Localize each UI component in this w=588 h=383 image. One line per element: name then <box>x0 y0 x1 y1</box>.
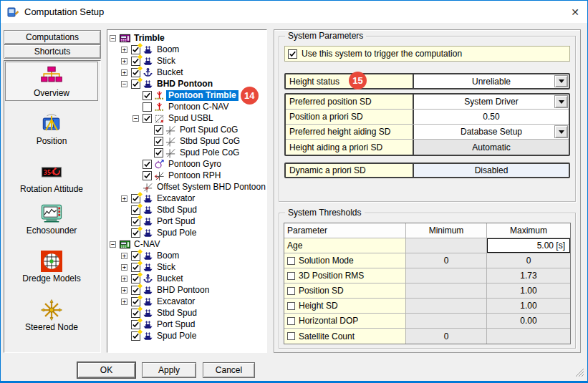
tree-node-label[interactable]: Excavator <box>155 193 197 204</box>
tree-node-label[interactable]: Spud Pole <box>155 228 198 238</box>
expand-icon[interactable]: + <box>121 287 127 294</box>
tree-checkbox[interactable] <box>131 45 140 54</box>
tree-node-label[interactable]: C-NAV <box>132 239 162 250</box>
threshold-checkbox[interactable] <box>287 317 295 325</box>
tree-row[interactable]: Pontoon Gyro <box>107 158 266 170</box>
tree-node-label[interactable]: Boom <box>155 44 181 55</box>
sidebar-tab-computations[interactable]: Computations <box>4 30 101 44</box>
chevron-down-icon[interactable] <box>554 125 568 138</box>
tree-row[interactable]: −Trimble <box>107 32 266 44</box>
tree-row[interactable]: +Boom <box>107 44 266 55</box>
tree-node-label[interactable]: Spud Pole <box>155 331 198 341</box>
tree-node-label[interactable]: Trimble <box>132 33 167 44</box>
tree-row[interactable]: +Bucket <box>107 67 266 78</box>
expand-icon[interactable]: + <box>121 58 127 64</box>
parameter-value-cell[interactable]: 0.50 <box>414 110 569 124</box>
sidebar-item-position[interactable]: Position <box>6 110 97 148</box>
tree-node-label[interactable]: Stbd Spud CoG <box>178 136 242 147</box>
tree-checkbox[interactable] <box>131 263 140 272</box>
tree-node-label[interactable]: Pontoon Trimble <box>166 90 238 101</box>
tree-node-label[interactable]: Bucket <box>155 273 185 284</box>
tree-checkbox[interactable] <box>154 137 163 146</box>
tree-node-label[interactable]: Stick <box>155 56 178 67</box>
collapse-icon[interactable]: − <box>121 81 127 87</box>
chevron-down-icon[interactable] <box>554 75 568 87</box>
tree-row[interactable]: Stbd Spud CoG <box>107 135 266 147</box>
tree-node-label[interactable]: Boom <box>155 251 181 261</box>
sidebar-item-echosounder[interactable]: Echosounder <box>6 200 97 238</box>
tree-checkbox[interactable] <box>131 228 140 238</box>
tree-node-label[interactable]: BHD Pontoon <box>155 285 211 296</box>
tree-row[interactable]: +BHD Pontoon <box>107 284 266 296</box>
resize-grip[interactable] <box>575 368 584 379</box>
tree-checkbox[interactable] <box>131 68 140 77</box>
sidebar-item-overview[interactable]: Overview <box>5 62 98 101</box>
expand-icon[interactable]: + <box>121 299 127 305</box>
tree-checkbox[interactable] <box>131 251 140 261</box>
tree-node-label[interactable]: BHD Pontoon <box>155 79 215 89</box>
collapse-icon[interactable]: − <box>110 241 116 248</box>
tree-node-label[interactable]: Port Spud <box>155 216 197 227</box>
tree-row[interactable]: Pontoon C-NAV <box>107 101 266 112</box>
threshold-checkbox[interactable] <box>287 272 295 280</box>
tree-node-label[interactable]: Excavator <box>155 296 197 307</box>
sidebar-item-dredge-models[interactable]: Dredge Models <box>6 248 97 286</box>
tree-row[interactable]: +Boom <box>107 250 266 261</box>
tree-node-label[interactable]: Stbd Spud <box>155 308 199 319</box>
collapse-icon[interactable]: − <box>110 35 116 42</box>
tree-row[interactable]: Pontoon RPH <box>107 170 266 181</box>
tree-row[interactable]: Stbd Spud <box>107 307 266 319</box>
tree-checkbox[interactable] <box>131 217 140 226</box>
tree-node-label[interactable]: Stick <box>155 262 178 273</box>
tree-row[interactable]: Spud Pole <box>107 227 266 238</box>
tree-row[interactable]: +Stick <box>107 55 266 67</box>
tree-row[interactable]: Port Spud <box>107 319 266 330</box>
height-status-dropdown[interactable]: Unreliable <box>414 74 569 88</box>
tree-checkbox[interactable] <box>131 79 140 89</box>
tree-row[interactable]: Spud Pole <box>107 330 266 341</box>
apply-button[interactable]: Apply <box>142 362 196 378</box>
tree-node-label[interactable]: Port Spud <box>155 319 197 330</box>
tree-checkbox[interactable] <box>154 125 163 135</box>
expand-icon[interactable]: + <box>121 276 127 282</box>
expand-icon[interactable]: + <box>121 253 127 259</box>
tree-node-label[interactable]: Pontoon Gyro <box>166 159 223 170</box>
tree-checkbox[interactable] <box>131 194 140 203</box>
tree-row[interactable]: +Excavator <box>107 296 266 307</box>
tree-node-label[interactable]: Bucket <box>155 67 185 78</box>
tree-row[interactable]: +Excavator <box>107 193 266 204</box>
parameter-value-cell[interactable]: Database Setup <box>414 125 569 139</box>
tree-checkbox[interactable] <box>131 320 140 329</box>
threshold-checkbox[interactable] <box>287 302 295 310</box>
tree-checkbox[interactable] <box>143 160 152 169</box>
tree-node-label[interactable]: Port Spud CoG <box>178 125 240 135</box>
expand-icon[interactable]: + <box>121 47 127 53</box>
sidebar-item-rotation-attitude[interactable]: 354Rotation Attitude <box>6 158 97 196</box>
tree-node-label[interactable]: Pontoon C-NAV <box>166 102 231 112</box>
tree-row[interactable]: −C-NAV <box>107 238 266 250</box>
tree-checkbox[interactable] <box>131 286 140 295</box>
sidebar-item-steered-node[interactable]: Steered Node <box>6 296 97 334</box>
tree-row[interactable]: Pontoon Trimble14 <box>107 89 266 101</box>
tree-checkbox[interactable] <box>143 102 152 112</box>
expand-icon[interactable]: + <box>121 195 127 202</box>
tree-checkbox[interactable] <box>143 114 152 123</box>
tree-row[interactable]: +Stick <box>107 261 266 273</box>
expand-icon[interactable]: + <box>121 264 127 271</box>
tree-checkbox[interactable] <box>131 274 140 283</box>
tree-row[interactable]: Port Spud <box>107 215 266 227</box>
collapse-icon[interactable]: − <box>132 115 139 122</box>
tree-row[interactable]: Port Spud CoG <box>107 124 266 135</box>
tree-checkbox[interactable] <box>143 171 152 180</box>
tree-row[interactable]: −Spud USBL <box>107 112 266 124</box>
tree-node-label[interactable]: Stbd Spud <box>155 205 199 215</box>
expand-icon[interactable]: + <box>121 69 127 76</box>
tree-node-label[interactable]: Pontoon RPH <box>166 170 223 181</box>
ok-button[interactable]: OK <box>77 362 135 378</box>
close-icon[interactable]: ✕ <box>563 1 587 23</box>
parameter-value-cell[interactable]: System Driver <box>414 94 569 109</box>
title-bar[interactable]: Computation Setup ✕ <box>1 1 587 23</box>
tree-checkbox[interactable] <box>131 331 140 341</box>
tree-row[interactable]: Spud Pole CoG <box>107 147 266 158</box>
tree-node-label[interactable]: Offset System BHD Pontoon <box>155 182 267 193</box>
